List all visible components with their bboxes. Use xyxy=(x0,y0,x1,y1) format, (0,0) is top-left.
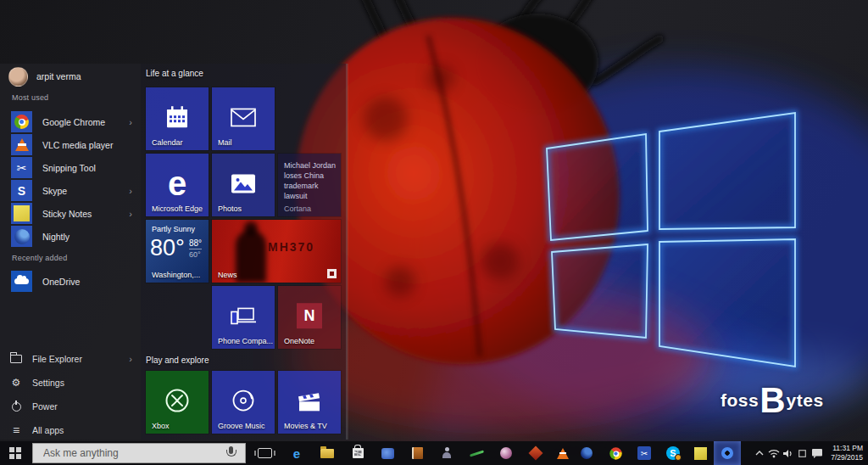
recently-added-header: Recently added xyxy=(12,254,67,262)
watermark-big-b: B xyxy=(760,384,785,417)
chevron-right-icon[interactable]: › xyxy=(129,117,132,127)
search-input[interactable] xyxy=(33,444,223,462)
system-tray: 11:31 PM 7/29/2015 xyxy=(752,441,868,465)
cortana-search-box[interactable] xyxy=(32,443,246,463)
clock-time: 11:31 PM xyxy=(824,444,863,453)
most-used-header: Most used xyxy=(12,93,48,102)
all-apps-button[interactable]: ≡ All apps xyxy=(7,420,136,440)
taskbar-app-skype[interactable]: S xyxy=(659,441,687,465)
calendar-icon xyxy=(164,104,190,130)
tile-mail[interactable]: Mail xyxy=(212,87,275,150)
taskbar-app-nightly[interactable] xyxy=(573,441,600,465)
snipping-tool-icon: ✂ xyxy=(637,446,651,460)
input-indicator-icon xyxy=(798,450,806,457)
news-photo-silhouette xyxy=(236,230,266,283)
xbox-icon xyxy=(164,387,191,414)
app-item-google-chrome[interactable]: Google Chrome › xyxy=(7,110,136,133)
power-icon xyxy=(7,402,25,412)
tile-calendar[interactable]: Calendar xyxy=(146,87,209,150)
taskbar-app-store[interactable] xyxy=(344,441,371,465)
tray-volume-button[interactable] xyxy=(781,441,795,465)
globe-icon xyxy=(500,447,512,459)
nightly-icon xyxy=(581,447,593,459)
tile-onenote[interactable]: N OneNote xyxy=(278,286,341,349)
app-item-skype[interactable]: S Skype › xyxy=(7,179,136,202)
fossbytes-watermark: fossBytes xyxy=(721,384,824,417)
tile-microsoft-edge[interactable]: e Microsoft Edge xyxy=(146,154,209,216)
tile-xbox[interactable]: Xbox xyxy=(146,371,209,434)
movies-tv-icon xyxy=(295,389,324,412)
taskbar-app-snipping-tool[interactable]: ✂ xyxy=(631,441,658,465)
file-explorer-button[interactable]: File Explorer › xyxy=(7,349,136,369)
user-avatar xyxy=(8,67,28,87)
chrome-icon xyxy=(11,111,32,132)
tile-groove-music[interactable]: Groove Music xyxy=(212,371,275,434)
tray-language-button[interactable] xyxy=(795,441,810,465)
groove-music-icon xyxy=(230,387,257,414)
tile-weather[interactable]: Partly Sunny 80° 88° 60° Washington,... xyxy=(146,220,209,283)
clock-date: 7/29/2015 xyxy=(824,453,863,462)
user-name: arpit verma xyxy=(36,71,81,81)
taskbar-app-edge[interactable]: e xyxy=(283,441,310,465)
watermark-text: foss xyxy=(721,390,759,411)
taskbar-app-blue[interactable] xyxy=(374,441,401,465)
chevron-right-icon[interactable]: › xyxy=(129,354,132,364)
microphone-icon[interactable] xyxy=(223,445,238,461)
settings-button[interactable]: ⚙ Settings xyxy=(7,373,136,393)
chevron-right-icon[interactable]: › xyxy=(129,209,132,219)
skype-icon: S xyxy=(11,180,32,201)
gear-icon: ⚙ xyxy=(7,377,25,389)
app-item-vlc[interactable]: VLC media player xyxy=(7,133,136,156)
blue-app-icon xyxy=(381,448,394,459)
store-bag-icon xyxy=(353,448,364,458)
weather-condition: Partly Sunny xyxy=(152,225,195,233)
group-header-life-at-a-glance: Life at a glance xyxy=(146,69,203,78)
app-item-onedrive[interactable]: OneDrive xyxy=(7,270,136,293)
tile-movies-tv[interactable]: Movies & TV xyxy=(278,371,341,434)
pen-icon xyxy=(469,450,483,457)
taskbar-app-contact[interactable] xyxy=(433,441,460,465)
chrome-icon xyxy=(609,447,621,459)
taskbar-app-reader[interactable] xyxy=(403,441,431,465)
app-item-sticky-notes[interactable]: Sticky Notes › xyxy=(7,202,136,225)
clock-button[interactable]: 11:31 PM 7/29/2015 xyxy=(824,444,868,462)
taskbar-app-globe[interactable] xyxy=(492,441,520,465)
taskbar-app-chrome[interactable] xyxy=(602,441,629,465)
taskbar-app-active[interactable] xyxy=(714,441,741,465)
watermark-text: ytes xyxy=(787,390,824,411)
photos-icon xyxy=(230,172,257,194)
red-app-icon xyxy=(529,446,543,461)
action-center-button[interactable] xyxy=(810,441,824,465)
tile-photos[interactable]: Photos xyxy=(212,154,275,216)
user-account-button[interactable]: arpit verma xyxy=(8,65,136,87)
app-item-snipping-tool[interactable]: ✂ Snipping Tool xyxy=(7,156,136,179)
app-item-nightly[interactable]: Nightly xyxy=(7,225,136,248)
person-icon xyxy=(441,447,453,459)
taskbar-app-pen[interactable] xyxy=(463,441,490,465)
sticky-notes-icon xyxy=(11,203,32,224)
weather-temperature: 80° xyxy=(150,235,185,261)
taskbar-app-file-explorer[interactable] xyxy=(314,441,341,465)
news-source-badge-icon xyxy=(327,269,337,278)
speaker-icon xyxy=(782,449,793,458)
snipping-tool-icon: ✂ xyxy=(11,157,32,178)
skype-icon: S xyxy=(666,446,680,460)
tile-news[interactable]: MH370 News xyxy=(212,220,341,283)
mail-icon xyxy=(230,106,257,128)
weather-high-low: 88° 60° xyxy=(189,238,202,259)
task-view-button[interactable] xyxy=(251,441,278,465)
taskbar-app-sticky-notes[interactable] xyxy=(687,441,714,465)
tray-network-button[interactable] xyxy=(766,441,781,465)
tray-expand-button[interactable] xyxy=(752,441,766,465)
nightly-icon xyxy=(11,226,32,247)
power-button[interactable]: Power xyxy=(7,396,136,417)
file-explorer-icon xyxy=(320,449,334,458)
tile-phone-companion[interactable]: Phone Compa... xyxy=(212,286,275,349)
taskbar-app-red[interactable] xyxy=(522,441,549,465)
start-menu-scrollbar[interactable] xyxy=(346,64,348,440)
task-view-icon xyxy=(258,448,272,458)
start-button[interactable] xyxy=(2,441,29,465)
windows-logo-icon xyxy=(9,447,22,460)
tile-cortana[interactable]: Michael Jordan loses China trademark law… xyxy=(278,154,341,216)
chevron-right-icon[interactable]: › xyxy=(129,186,132,196)
